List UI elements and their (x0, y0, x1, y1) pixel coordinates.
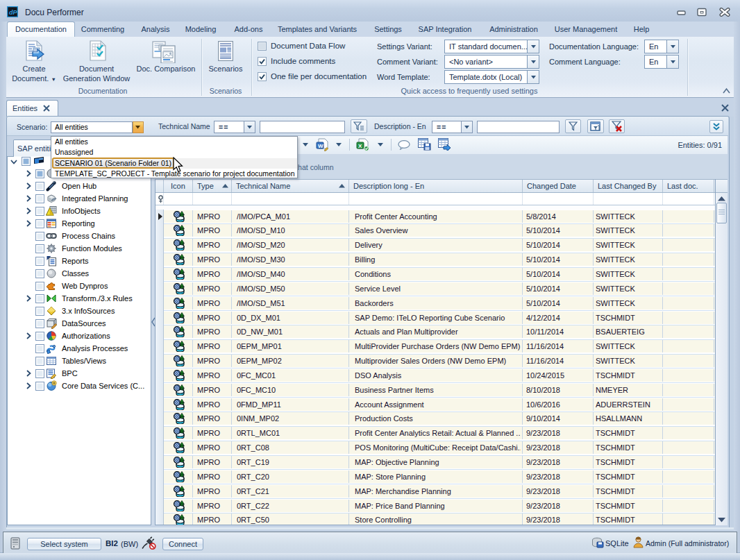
svg-text:X: X (358, 143, 362, 149)
svg-text:W: W (318, 143, 323, 149)
svg-text:dP: dP (9, 9, 17, 16)
